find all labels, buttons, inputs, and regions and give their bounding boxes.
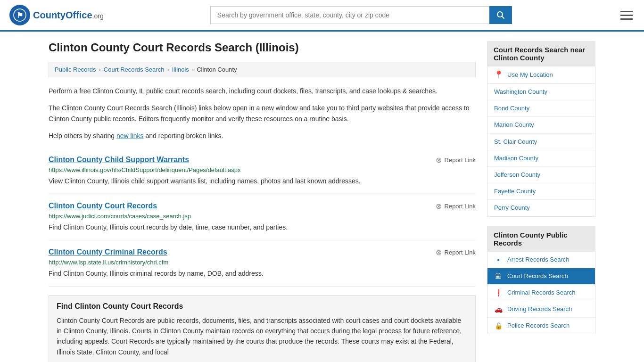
sidebar-county-item-6[interactable]: Fayette County <box>487 183 595 200</box>
sidebar-record-link-3[interactable]: 🚗 Driving Records Search <box>487 301 595 317</box>
desc-para3-suffix: and reporting broken links. <box>144 132 223 140</box>
sidebar-record-label-3: Driving Records Search <box>507 305 572 313</box>
description-para3: Help others by sharing new links and rep… <box>49 131 476 141</box>
record-url-2: http://www.isp.state.il.us/crimhistory/c… <box>49 259 476 266</box>
sidebar-county-item-2[interactable]: Marion County <box>487 117 595 133</box>
sidebar-record-item-4[interactable]: 🔒 Police Records Search <box>487 318 595 334</box>
sidebar-record-icon-1: 🏛 <box>494 272 503 280</box>
sidebar-record-icon-3: 🚗 <box>494 305 503 313</box>
header: ⚑ CountyOffice.org <box>0 0 644 32</box>
sidebar-record-link-1[interactable]: 🏛 Court Records Search <box>487 268 595 284</box>
sidebar: Court Records Search near Clinton County… <box>487 41 595 362</box>
search-button[interactable] <box>489 6 512 24</box>
sidebar-record-item-0[interactable]: ▪ Arrest Records Search <box>487 252 595 268</box>
sidebar-county-item-3[interactable]: St. Clair County <box>487 134 595 150</box>
sidebar-county-item-1[interactable]: Bond County <box>487 100 595 117</box>
sidebar-county-link-4[interactable]: Madison County <box>487 150 595 166</box>
report-link-icon-0: ⊗ <box>436 156 442 165</box>
report-link-label-1: Report Link <box>445 203 476 210</box>
use-my-location-item[interactable]: 📍 Use My Location <box>487 66 595 84</box>
sidebar-record-icon-2: ❗ <box>494 289 503 296</box>
sidebar-county-link-2[interactable]: Marion County <box>487 117 595 133</box>
search-input[interactable] <box>210 6 489 24</box>
sidebar-record-icon-4: 🔒 <box>494 322 503 329</box>
sidebar-record-label-0: Arrest Records Search <box>507 256 570 263</box>
find-section-text: Clinton County Court Records are public … <box>57 315 468 358</box>
sidebar-county-item-7[interactable]: Perry County <box>487 200 595 216</box>
svg-line-3 <box>502 16 504 19</box>
menu-bar-2 <box>620 15 633 16</box>
record-desc-0: View Clinton County, Illinois child supp… <box>49 176 476 186</box>
menu-bar-3 <box>620 18 633 20</box>
report-link-icon-2: ⊗ <box>436 248 442 257</box>
svg-text:⚑: ⚑ <box>17 11 23 19</box>
report-link-button-2[interactable]: ⊗ Report Link <box>436 248 476 257</box>
sidebar-record-item-3[interactable]: 🚗 Driving Records Search <box>487 301 595 318</box>
sidebar-nearby-list: 📍 Use My Location Washington CountyBond … <box>487 66 595 217</box>
breadcrumb-sep-2: › <box>167 66 169 73</box>
description-para1: Perform a free Clinton County, IL public… <box>49 86 476 96</box>
search-area <box>210 6 512 24</box>
report-link-button-1[interactable]: ⊗ Report Link <box>436 202 476 211</box>
sidebar-county-link-5[interactable]: Jefferson County <box>487 167 595 183</box>
record-card-2: Clinton County Criminal Records ⊗ Report… <box>49 240 476 287</box>
sidebar-county-link-0[interactable]: Washington County <box>487 84 595 100</box>
report-link-button-0[interactable]: ⊗ Report Link <box>436 156 476 165</box>
sidebar-public-records-heading: Clinton County Public Records <box>487 226 595 252</box>
logo-text: CountyOffice.org <box>33 10 104 21</box>
breadcrumb-sep-3: › <box>192 66 194 73</box>
logo-icon: ⚑ <box>9 5 30 25</box>
record-desc-1: Find Clinton County, Illinois court reco… <box>49 222 476 232</box>
sidebar-county-item-0[interactable]: Washington County <box>487 84 595 100</box>
record-title-2[interactable]: Clinton County Criminal Records <box>49 248 167 256</box>
sidebar-county-item-4[interactable]: Madison County <box>487 150 595 167</box>
hamburger-menu-button[interactable] <box>619 9 635 22</box>
main-wrapper: Clinton County Court Records Search (Ill… <box>39 32 605 362</box>
record-url-1: https://www.judici.com/courts/cases/case… <box>49 213 476 220</box>
use-my-location-label: Use My Location <box>507 71 553 78</box>
find-section-heading: Find Clinton County Court Records <box>57 302 468 311</box>
new-links-link[interactable]: new links <box>116 132 144 140</box>
sidebar-nearby-heading: Court Records Search near Clinton County <box>487 41 595 66</box>
report-link-label-0: Report Link <box>445 156 476 164</box>
sidebar-record-icon-0: ▪ <box>494 256 503 263</box>
sidebar-record-item-1[interactable]: 🏛 Court Records Search <box>487 268 595 285</box>
record-title-1[interactable]: Clinton County Court Records <box>49 202 157 210</box>
content-area: Clinton County Court Records Search (Ill… <box>49 41 476 362</box>
sidebar-public-records-list: ▪ Arrest Records Search 🏛 Court Records … <box>487 252 595 334</box>
page-title: Clinton County Court Records Search (Ill… <box>49 41 476 54</box>
sidebar-county-link-7[interactable]: Perry County <box>487 200 595 216</box>
sidebar-record-label-2: Criminal Records Search <box>507 289 576 296</box>
sidebar-record-link-4[interactable]: 🔒 Police Records Search <box>487 318 595 334</box>
sidebar-county-link-3[interactable]: St. Clair County <box>487 134 595 150</box>
record-card-0: Clinton County Child Support Warrants ⊗ … <box>49 148 476 194</box>
sidebar-record-label-4: Police Records Search <box>507 322 570 329</box>
breadcrumb-sep-1: › <box>99 66 100 73</box>
use-my-location-link[interactable]: 📍 Use My Location <box>487 66 595 83</box>
sidebar-record-link-2[interactable]: ❗ Criminal Records Search <box>487 285 595 301</box>
sidebar-public-records-section: Clinton County Public Records ▪ Arrest R… <box>487 226 595 334</box>
sidebar-county-link-6[interactable]: Fayette County <box>487 183 595 199</box>
sidebar-record-link-0[interactable]: ▪ Arrest Records Search <box>487 252 595 268</box>
logo-area: ⚑ CountyOffice.org <box>9 5 104 25</box>
report-link-icon-1: ⊗ <box>436 202 442 211</box>
find-section: Find Clinton County Court Records Clinto… <box>49 295 476 362</box>
sidebar-record-item-2[interactable]: ❗ Criminal Records Search <box>487 285 595 301</box>
breadcrumb-link-public-records[interactable]: Public Records <box>55 66 96 73</box>
sidebar-county-link-1[interactable]: Bond County <box>487 100 595 116</box>
sidebar-nearby-section: Court Records Search near Clinton County… <box>487 41 595 217</box>
description-para2: The Clinton County Court Records Search … <box>49 103 476 124</box>
record-card-1: Clinton County Court Records ⊗ Report Li… <box>49 194 476 240</box>
record-desc-2: Find Clinton County, Illinois criminal r… <box>49 269 476 279</box>
menu-bar-1 <box>620 11 633 12</box>
record-url-0: https://www.illinois.gov/hfs/ChildSuppor… <box>49 166 476 173</box>
breadcrumb: Public Records › Court Records Search › … <box>49 62 476 77</box>
record-title-0[interactable]: Clinton County Child Support Warrants <box>49 156 189 164</box>
sidebar-county-item-5[interactable]: Jefferson County <box>487 167 595 183</box>
breadcrumb-link-illinois[interactable]: Illinois <box>172 66 189 73</box>
breadcrumb-link-court-records-search[interactable]: Court Records Search <box>104 66 165 73</box>
location-icon: 📍 <box>494 70 504 79</box>
desc-para3-prefix: Help others by sharing <box>49 132 116 140</box>
records-list: Clinton County Child Support Warrants ⊗ … <box>49 148 476 287</box>
breadcrumb-current: Clinton County <box>197 66 237 73</box>
